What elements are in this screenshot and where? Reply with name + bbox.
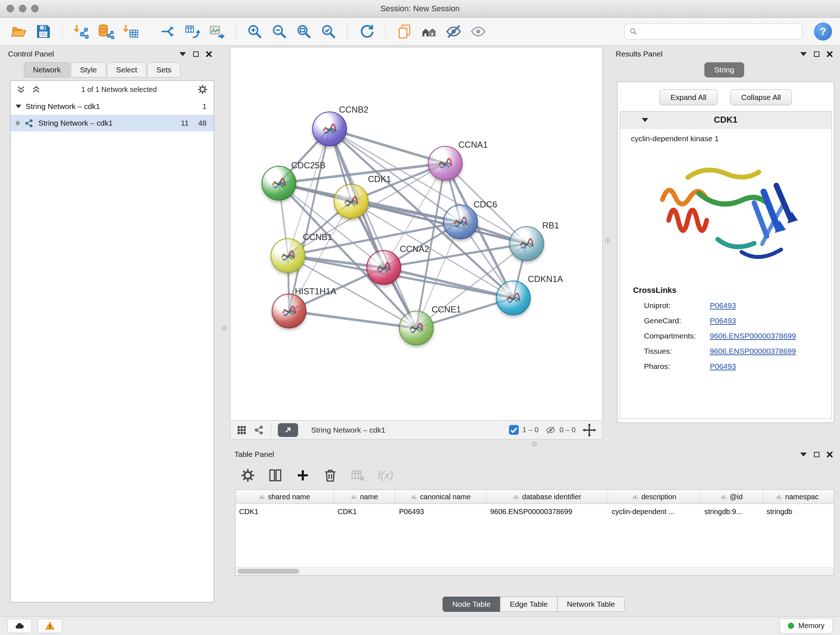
cell-shared-name[interactable]: CDK1 (235, 508, 334, 516)
cell-description[interactable]: cyclin-dependent ... (608, 508, 701, 516)
cell-id[interactable]: stringdb:9... (701, 508, 763, 516)
grid-view-icon[interactable] (236, 424, 247, 435)
panel-close-icon[interactable] (827, 451, 833, 458)
collapse-all-button[interactable]: Collapse All (730, 89, 792, 105)
section-collapse-icon[interactable] (642, 118, 648, 122)
collapse-all-networks-icon[interactable] (32, 85, 41, 94)
export-image-button[interactable] (206, 21, 227, 42)
crosslink-value-link[interactable]: 9606.ENSP00000378699 (710, 332, 831, 340)
panel-float-icon[interactable] (814, 452, 819, 457)
panel-float-icon[interactable] (814, 51, 819, 57)
warnings-button[interactable] (38, 619, 62, 633)
zoom-fit-button[interactable] (293, 21, 315, 42)
tab-select[interactable]: Select (107, 62, 146, 78)
network-edge[interactable] (384, 268, 513, 298)
open-in-new-button[interactable] (278, 423, 298, 437)
cell-database-identifier[interactable]: 9606.ENSP00000378699 (486, 508, 608, 516)
show-columns-icon[interactable] (268, 468, 283, 483)
apply-function-button[interactable]: f(x) (378, 469, 393, 481)
column-header-shared-name[interactable]: shared name (235, 490, 334, 504)
crosslink-value-link[interactable]: P06493 (710, 362, 831, 371)
column-header-id[interactable]: @id (701, 490, 763, 504)
network-node-cdc6[interactable] (443, 204, 478, 239)
table-options-gear-icon[interactable] (240, 468, 256, 483)
import-table-button[interactable] (120, 21, 141, 42)
import-network-file-button[interactable] (71, 21, 92, 42)
zoom-selected-button[interactable] (317, 21, 339, 42)
clone-network-button[interactable] (181, 21, 203, 42)
table-horizontal-scrollbar[interactable] (235, 567, 834, 575)
column-header-name[interactable]: name (334, 490, 395, 504)
panel-collapse-icon[interactable] (180, 52, 186, 56)
panel-collapse-icon[interactable] (800, 52, 807, 56)
network-node-ccnb1[interactable] (271, 238, 305, 273)
network-edge[interactable] (289, 311, 416, 328)
search-input[interactable] (641, 27, 798, 36)
add-column-icon[interactable] (295, 468, 310, 483)
network-node-ccna2[interactable] (366, 250, 401, 285)
delete-table-icon-disabled[interactable] (350, 468, 365, 483)
string-tab-badge[interactable]: String (704, 62, 745, 78)
refresh-view-button[interactable] (355, 21, 377, 42)
cell-name[interactable]: CDK1 (334, 508, 395, 516)
splitter-handle[interactable] (532, 442, 537, 447)
network-node-hist1h1a[interactable] (272, 294, 306, 328)
expand-all-networks-icon[interactable] (16, 85, 26, 94)
import-network-database-button[interactable] (95, 21, 117, 42)
network-edge[interactable] (289, 129, 330, 311)
expand-all-button[interactable]: Expand All (660, 89, 718, 105)
hidden-eye-slash-icon[interactable] (545, 424, 556, 435)
network-node-cdk1[interactable] (334, 184, 369, 219)
open-session-button[interactable] (8, 21, 30, 42)
tab-node-table[interactable]: Node Table (442, 597, 500, 612)
network-node-cdc25b[interactable] (262, 166, 296, 201)
panel-close-icon[interactable] (827, 51, 833, 57)
new-network-button[interactable] (156, 21, 178, 42)
cell-namespace[interactable]: stringdb (763, 508, 832, 516)
splitter-handle[interactable] (605, 238, 610, 243)
network-node-ccne1[interactable] (399, 310, 434, 345)
birdseye-button[interactable] (418, 21, 440, 42)
tab-network-table[interactable]: Network Table (557, 597, 625, 612)
network-edge[interactable] (330, 129, 416, 328)
node-section-header[interactable]: CDK1 (620, 111, 831, 128)
help-button[interactable]: ? (814, 22, 832, 41)
network-node-cdkn1a[interactable] (496, 280, 531, 315)
network-node-ccna1[interactable] (428, 146, 463, 181)
save-session-button[interactable] (33, 21, 54, 42)
panel-float-icon[interactable] (193, 51, 199, 57)
collection-caret-icon[interactable] (16, 105, 21, 108)
column-header-description[interactable]: description (608, 490, 701, 504)
network-options-gear-icon[interactable] (197, 84, 208, 95)
column-header-canonical-name[interactable]: canonical name (395, 490, 486, 504)
scrollbar-thumb[interactable] (238, 569, 299, 574)
splitter-handle[interactable] (222, 326, 227, 331)
column-header-database-identifier[interactable]: database identifier (486, 490, 608, 504)
show-graphics-details-button[interactable] (467, 21, 489, 42)
tab-network[interactable]: Network (24, 62, 70, 78)
copy-button[interactable] (393, 21, 415, 42)
network-node-ccnb2[interactable] (312, 111, 347, 146)
network-share-icon[interactable] (254, 424, 264, 435)
cell-canonical-name[interactable]: P06493 (395, 508, 486, 516)
tab-edge-table[interactable]: Edge Table (500, 597, 557, 612)
zoom-out-button[interactable] (268, 21, 290, 42)
network-node-rb1[interactable] (509, 226, 544, 261)
tab-sets[interactable]: Sets (147, 62, 180, 78)
network-collection-row[interactable]: String Network – cdk1 1 (11, 98, 214, 115)
table-row[interactable]: CDK1 CDK1 P06493 9606.ENSP00000378699 cy… (235, 504, 834, 519)
panel-collapse-icon[interactable] (800, 453, 807, 456)
delete-column-icon[interactable] (323, 468, 338, 483)
crosslink-value-link[interactable]: 9606.ENSP00000378699 (710, 347, 831, 356)
network-row[interactable]: String Network – cdk1 11 48 (11, 115, 214, 131)
column-header-namespace[interactable]: namespac (763, 490, 832, 504)
network-canvas[interactable]: CCNB2CCNA1CDC25BCDK1CDC6RB1CCNB1CCNA2CDK… (230, 47, 603, 421)
memory-button[interactable]: Memory (780, 618, 833, 633)
crosslink-value-link[interactable]: P06493 (710, 317, 831, 325)
zoom-in-button[interactable] (244, 21, 265, 42)
crosslink-value-link[interactable]: P06493 (710, 301, 831, 310)
cloud-status-button[interactable] (7, 619, 32, 633)
pan-crosshair-icon[interactable] (582, 423, 597, 437)
selected-checkbox[interactable] (509, 425, 519, 435)
panel-close-icon[interactable] (206, 51, 212, 57)
